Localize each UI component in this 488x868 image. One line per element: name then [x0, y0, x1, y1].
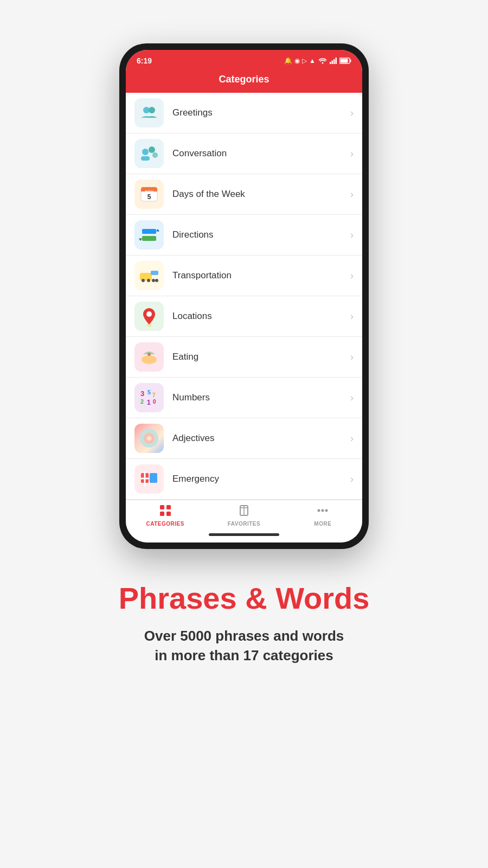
svg-text:0: 0	[153, 399, 156, 405]
svg-point-25	[147, 279, 150, 282]
promo-subtitle: Over 5000 phrases and wordsin more than …	[119, 626, 370, 666]
nav-label-categories: CATEGORIES	[146, 521, 184, 527]
svg-point-47	[318, 509, 320, 512]
svg-text:2: 2	[140, 398, 144, 405]
home-bar	[209, 533, 279, 536]
category-icon-directions	[134, 220, 164, 250]
svg-marker-21	[156, 229, 159, 232]
nav-icon-more	[317, 505, 329, 520]
svg-rect-43	[166, 505, 171, 509]
svg-point-31	[142, 355, 157, 364]
category-icon-greetings	[134, 98, 164, 127]
svg-rect-41	[150, 473, 157, 483]
nav-item-favorites[interactable]: FAVORITES	[204, 505, 283, 527]
svg-point-48	[322, 509, 324, 512]
svg-point-49	[325, 509, 328, 512]
svg-point-12	[152, 152, 158, 158]
svg-rect-7	[341, 59, 348, 63]
chevron-icon-locations: ›	[350, 311, 354, 322]
svg-rect-6	[350, 60, 351, 62]
svg-rect-3	[333, 59, 335, 64]
chevron-icon-eating: ›	[350, 352, 354, 363]
svg-rect-19	[142, 229, 156, 234]
svg-point-30	[146, 311, 152, 317]
chevron-icon-conversation: ›	[350, 148, 354, 159]
svg-point-28	[155, 279, 158, 282]
phone-shell: 6:19 🔔 ◉ ▷ ▲	[119, 43, 369, 549]
category-label-emergency: Emergency	[172, 474, 350, 484]
svg-rect-42	[160, 505, 164, 509]
nav-label-more: MORE	[314, 521, 331, 527]
category-item-conversation[interactable]: Conversation›	[126, 133, 362, 174]
app-header: Categories	[126, 69, 362, 93]
category-icon-numbers: 357210	[134, 383, 164, 412]
svg-rect-13	[141, 156, 150, 161]
promo-section: Phrases & Words Over 5000 phrases and wo…	[97, 582, 391, 665]
svg-text:5: 5	[147, 389, 151, 395]
svg-rect-4	[336, 58, 337, 64]
nav-icon-favorites	[238, 505, 250, 520]
status-icons: 🔔 ◉ ▷ ▲	[284, 57, 351, 65]
category-label-eating: Eating	[172, 352, 350, 362]
signal-icon	[330, 58, 337, 64]
category-item-eating[interactable]: Eating›	[126, 337, 362, 378]
category-label-conversation: Conversation	[172, 148, 350, 159]
nav-label-favorites: FAVORITES	[228, 521, 260, 527]
svg-text:NOV: NOV	[145, 190, 153, 194]
category-icon-transportation	[134, 261, 164, 290]
nav-item-categories[interactable]: CATEGORIES	[126, 505, 204, 527]
category-label-numbers: Numbers	[172, 392, 350, 403]
category-label-greetings: Greetings	[172, 107, 350, 118]
svg-text:7: 7	[152, 392, 156, 398]
svg-text:1: 1	[147, 399, 151, 406]
category-item-greetings[interactable]: Greetings›	[126, 93, 362, 133]
category-item-days[interactable]: 5NOVDays of the Week›	[126, 174, 362, 215]
category-item-emergency[interactable]: Emergency›	[126, 459, 362, 500]
svg-rect-23	[140, 273, 152, 280]
promo-title: Phrases & Words	[119, 582, 370, 615]
app-header-title: Categories	[219, 74, 269, 85]
category-icon-adjectives	[134, 424, 164, 453]
svg-point-32	[147, 353, 151, 356]
status-bar: 6:19 🔔 ◉ ▷ ▲	[126, 50, 362, 69]
chevron-icon-days: ›	[350, 189, 354, 200]
category-label-locations: Locations	[172, 311, 350, 322]
svg-point-11	[149, 146, 155, 153]
nav-icon-categories	[159, 505, 171, 520]
svg-text:3: 3	[140, 390, 144, 398]
category-icon-emergency	[134, 464, 164, 494]
category-item-adjectives[interactable]: Adjectives›	[126, 418, 362, 459]
category-icon-conversation	[134, 139, 164, 168]
svg-rect-44	[160, 512, 164, 516]
chevron-icon-transportation: ›	[350, 270, 354, 282]
categories-list: Greetings›Conversation›5NOVDays of the W…	[126, 93, 362, 500]
svg-rect-2	[332, 61, 333, 65]
bottom-nav: CATEGORIESFAVORITESMORE	[126, 500, 362, 529]
svg-point-10	[142, 149, 149, 155]
category-icon-eating	[134, 342, 164, 372]
svg-point-39	[140, 429, 158, 448]
svg-point-0	[322, 62, 324, 64]
category-label-adjectives: Adjectives	[172, 433, 350, 444]
category-label-directions: Directions	[172, 229, 350, 240]
category-label-days: Days of the Week	[172, 189, 350, 200]
phone-inner: 6:19 🔔 ◉ ▷ ▲	[126, 50, 362, 542]
svg-rect-26	[151, 271, 158, 275]
svg-point-27	[152, 279, 155, 282]
category-item-numbers[interactable]: 357210Numbers›	[126, 378, 362, 418]
category-icon-locations	[134, 302, 164, 331]
chevron-icon-greetings: ›	[350, 107, 354, 119]
svg-rect-20	[142, 236, 156, 241]
category-item-transportation[interactable]: Transportation›	[126, 256, 362, 296]
chevron-icon-emergency: ›	[350, 474, 354, 485]
nav-item-more[interactable]: MORE	[284, 505, 362, 527]
chevron-icon-directions: ›	[350, 229, 354, 241]
svg-marker-22	[139, 239, 142, 241]
chevron-icon-numbers: ›	[350, 392, 354, 404]
svg-rect-45	[166, 512, 171, 516]
wifi-icon	[318, 58, 328, 64]
category-item-directions[interactable]: Directions›	[126, 215, 362, 256]
svg-text:5: 5	[147, 193, 151, 201]
category-item-locations[interactable]: Locations›	[126, 296, 362, 337]
chevron-icon-adjectives: ›	[350, 433, 354, 444]
